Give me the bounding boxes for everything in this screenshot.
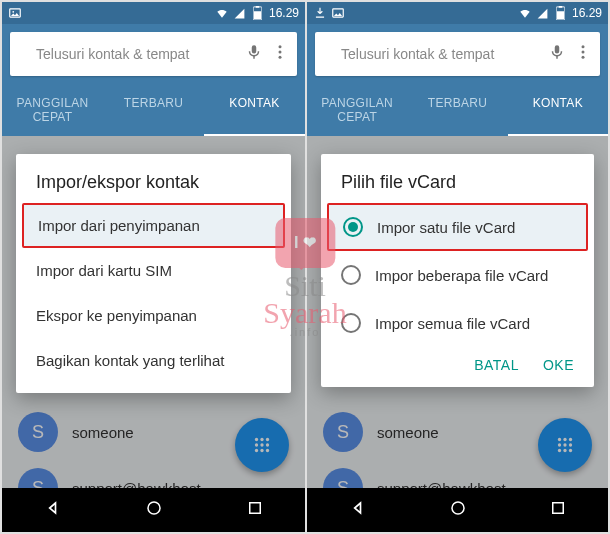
phone-left: 16.29 Telusuri kontak & tempat PANGGILAN… — [2, 2, 305, 532]
vcard-dialog: Pilih file vCard Impor satu file vCard I… — [321, 154, 594, 387]
tab-speed-dial[interactable]: PANGGILAN CEPAT — [307, 84, 407, 136]
tab-speed-dial[interactable]: PANGGILAN CEPAT — [2, 84, 103, 136]
back-icon[interactable] — [43, 498, 63, 522]
battery-icon — [554, 6, 568, 20]
battery-icon — [251, 6, 265, 20]
svg-point-1 — [12, 11, 14, 13]
svg-point-23 — [582, 45, 585, 48]
svg-rect-3 — [256, 6, 260, 8]
option-import-sim[interactable]: Impor dari kartu SIM — [16, 248, 291, 293]
signal-icon — [536, 6, 550, 20]
svg-rect-21 — [559, 6, 563, 8]
clock-text: 16.29 — [269, 6, 299, 20]
content-area: S someone S support@hawkhost... Pilih fi… — [307, 136, 608, 488]
home-icon[interactable] — [145, 499, 163, 521]
wifi-icon — [518, 6, 532, 20]
svg-rect-4 — [254, 11, 261, 19]
cancel-button[interactable]: BATAL — [474, 357, 519, 373]
radio-checked-icon — [343, 217, 363, 237]
mic-icon[interactable] — [245, 43, 263, 65]
recents-icon[interactable] — [549, 499, 567, 521]
dialog-title: Pilih file vCard — [321, 172, 594, 203]
svg-point-25 — [582, 56, 585, 59]
download-icon — [313, 6, 327, 20]
status-bar: 16.29 — [2, 2, 305, 24]
dialog-title: Impor/ekspor kontak — [16, 172, 291, 203]
dialog-scrim[interactable]: Impor/ekspor kontak Impor dari penyimpan… — [2, 136, 305, 488]
tab-bar: PANGGILAN CEPAT TERBARU KONTAK — [307, 84, 608, 136]
ok-button[interactable]: OKE — [543, 357, 574, 373]
svg-point-35 — [452, 502, 464, 514]
tab-contacts[interactable]: KONTAK — [204, 84, 305, 136]
option-import-all-vcard[interactable]: Impor semua file vCard — [321, 299, 594, 347]
search-placeholder: Telusuri kontak & tempat — [18, 46, 237, 62]
overflow-icon[interactable] — [271, 43, 289, 65]
svg-point-5 — [279, 45, 282, 48]
option-share-visible[interactable]: Bagikan kontak yang terlihat — [16, 338, 291, 383]
back-icon[interactable] — [348, 498, 368, 522]
wifi-icon — [215, 6, 229, 20]
dialog-scrim[interactable]: Pilih file vCard Impor satu file vCard I… — [307, 136, 608, 488]
option-import-multi-vcard[interactable]: Impor beberapa file vCard — [321, 251, 594, 299]
svg-point-24 — [582, 51, 585, 54]
gallery-icon — [8, 6, 22, 20]
option-export-storage[interactable]: Ekspor ke penyimpanan — [16, 293, 291, 338]
svg-point-7 — [279, 56, 282, 59]
search-input[interactable]: Telusuri kontak & tempat — [10, 32, 297, 76]
tab-contacts[interactable]: KONTAK — [508, 84, 608, 136]
radio-unchecked-icon — [341, 313, 361, 333]
radio-unchecked-icon — [341, 265, 361, 285]
search-input[interactable]: Telusuri kontak & tempat — [315, 32, 600, 76]
mic-icon[interactable] — [548, 43, 566, 65]
option-import-storage[interactable]: Impor dari penyimpanan — [22, 203, 285, 248]
svg-rect-36 — [553, 503, 564, 514]
svg-rect-22 — [557, 11, 564, 19]
import-export-dialog: Impor/ekspor kontak Impor dari penyimpan… — [16, 154, 291, 393]
nav-bar — [2, 488, 305, 532]
svg-point-6 — [279, 51, 282, 54]
tab-recent[interactable]: TERBARU — [103, 84, 204, 136]
clock-text: 16.29 — [572, 6, 602, 20]
search-placeholder: Telusuri kontak & tempat — [323, 46, 540, 62]
nav-bar — [307, 488, 608, 532]
recents-icon[interactable] — [246, 499, 264, 521]
option-import-one-vcard[interactable]: Impor satu file vCard — [327, 203, 588, 251]
tab-recent[interactable]: TERBARU — [407, 84, 507, 136]
overflow-icon[interactable] — [574, 43, 592, 65]
tab-bar: PANGGILAN CEPAT TERBARU KONTAK — [2, 84, 305, 136]
svg-rect-18 — [250, 503, 261, 514]
home-icon[interactable] — [449, 499, 467, 521]
content-area: S someone S support@hawkhost... Impor/ek… — [2, 136, 305, 488]
phone-right: 16.29 Telusuri kontak & tempat PANGGILAN… — [305, 2, 608, 532]
svg-point-17 — [148, 502, 160, 514]
gallery-icon — [331, 6, 345, 20]
signal-icon — [233, 6, 247, 20]
status-bar: 16.29 — [307, 2, 608, 24]
